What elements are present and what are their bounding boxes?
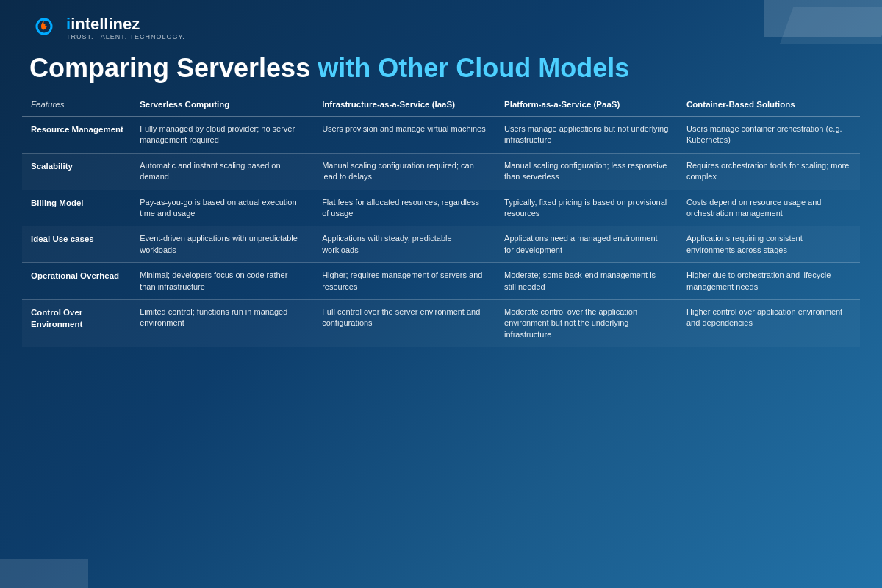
table-header-row: Features Serverless Computing Infrastruc…	[22, 93, 860, 117]
table-row: Billing ModelPay-as-you-go is based on a…	[22, 190, 860, 226]
cell-5-feature: Control Over Environment	[22, 299, 131, 347]
cell-4-serverless: Minimal; developers focus on code rather…	[131, 263, 313, 300]
table-row: Ideal Use casesEvent-driven applications…	[22, 226, 860, 263]
cell-3-container: Applications requiring consistent enviro…	[678, 226, 860, 263]
logo-text: iintellinez Trust. Talent. Technology.	[66, 15, 185, 40]
cell-0-paas: Users manage applications but not underl…	[495, 117, 678, 154]
cell-2-serverless: Pay-as-you-go is based on actual executi…	[131, 190, 313, 226]
cell-5-paas: Moderate control over the application en…	[495, 299, 678, 347]
comparison-table-container: Features Serverless Computing Infrastruc…	[0, 93, 882, 354]
logo: iintellinez Trust. Talent. Technology.	[29, 13, 185, 43]
table-row: Control Over EnvironmentLimited control;…	[22, 299, 860, 347]
table-row: ScalabilityAutomatic and instant scaling…	[22, 153, 860, 190]
cell-4-iaas: Higher; requires management of servers a…	[313, 263, 495, 300]
corner-decoration-bottom-left	[0, 544, 88, 588]
cell-3-feature: Ideal Use cases	[22, 226, 131, 263]
cell-0-feature: Resource Management	[22, 117, 131, 154]
title-section: Comparing Serverless with Other Cloud Mo…	[0, 43, 882, 93]
table-row: Resource ManagementFully managed by clou…	[22, 117, 860, 154]
col-header-serverless: Serverless Computing	[131, 93, 313, 117]
logo-name: iintellinez	[66, 15, 185, 33]
col-header-container: Container-Based Solutions	[678, 93, 860, 117]
col-header-features: Features	[22, 93, 131, 117]
cell-2-paas: Typically, fixed pricing is based on pro…	[495, 190, 678, 226]
title-part1: Comparing Serverless	[29, 53, 310, 83]
cell-5-container: Higher control over application environm…	[678, 299, 860, 347]
cell-3-serverless: Event-driven applications with unpredict…	[131, 226, 313, 263]
cell-0-container: Users manage container orchestration (e.…	[678, 117, 860, 154]
cell-4-paas: Moderate; some back-end management is st…	[495, 263, 678, 300]
col-header-paas: Platform-as-a-Service (PaaS)	[495, 93, 678, 117]
cell-2-iaas: Flat fees for allocated resources, regar…	[313, 190, 495, 226]
logo-tagline: Trust. Talent. Technology.	[66, 33, 185, 40]
title-part2: with Other Cloud Models	[318, 53, 629, 83]
cell-1-iaas: Manual scaling configuration required; c…	[313, 153, 495, 190]
cell-1-serverless: Automatic and instant scaling based on d…	[131, 153, 313, 190]
cell-5-serverless: Limited control; functions run in manage…	[131, 299, 313, 347]
cell-0-iaas: Users provision and manage virtual machi…	[313, 117, 495, 154]
cell-3-iaas: Applications with steady, predictable wo…	[313, 226, 495, 263]
cell-1-container: Requires orchestration tools for scaling…	[678, 153, 860, 190]
cell-2-feature: Billing Model	[22, 190, 131, 226]
svg-point-1	[43, 18, 46, 21]
table-row: Operational OverheadMinimal; developers …	[22, 263, 860, 300]
header: iintellinez Trust. Talent. Technology.	[0, 0, 882, 43]
cell-4-container: Higher due to orchestration and lifecycl…	[678, 263, 860, 300]
page-title: Comparing Serverless with Other Cloud Mo…	[29, 53, 853, 84]
corner-decoration-top-right	[764, 0, 882, 59]
cell-3-paas: Applications need a managed environment …	[495, 226, 678, 263]
logo-icon	[29, 13, 59, 43]
cell-1-paas: Manual scaling configuration; less respo…	[495, 153, 678, 190]
comparison-table: Features Serverless Computing Infrastruc…	[22, 93, 860, 347]
cell-2-container: Costs depend on resource usage and orche…	[678, 190, 860, 226]
col-header-iaas: Infrastructure-as-a-Service (IaaS)	[313, 93, 495, 117]
cell-4-feature: Operational Overhead	[22, 263, 131, 300]
cell-5-iaas: Full control over the server environment…	[313, 299, 495, 347]
cell-0-serverless: Fully managed by cloud provider; no serv…	[131, 117, 313, 154]
cell-1-feature: Scalability	[22, 153, 131, 190]
